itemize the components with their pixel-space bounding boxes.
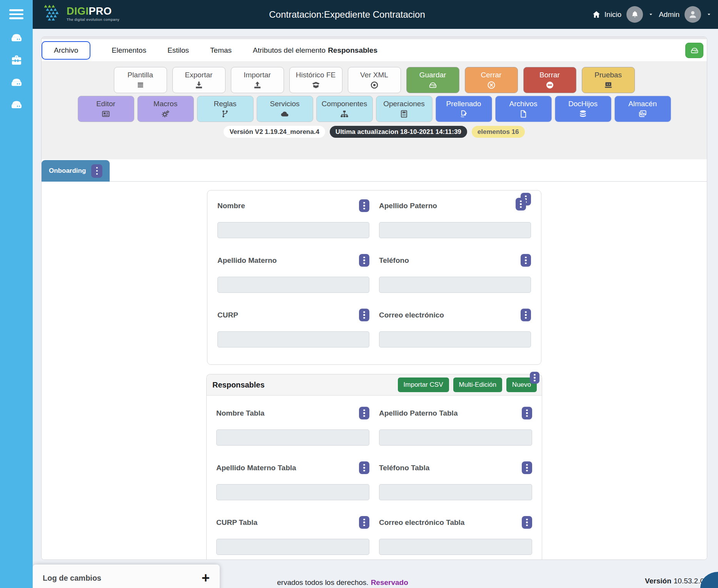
kebab-menu-icon[interactable] (359, 309, 369, 321)
menu-icon[interactable] (9, 9, 23, 22)
button-label: Macros (154, 100, 177, 108)
laptop-code-icon (604, 80, 613, 90)
file-icon (519, 109, 528, 119)
correo-input[interactable] (379, 331, 531, 347)
log-de-cambios-panel[interactable]: Log de cambios + (33, 565, 220, 588)
field-curp: CURP (217, 309, 369, 347)
responsables-card: Responsables Importar CSV Multi-Edición … (206, 374, 542, 560)
button-label: Importar (244, 71, 271, 79)
apellido-paterno-tabla-input[interactable] (379, 429, 532, 446)
guardar-button[interactable]: Guardar (406, 67, 459, 93)
section-title: Responsables (212, 381, 265, 389)
servicios-button[interactable]: Servicios (257, 96, 313, 122)
correo-tabla-input[interactable] (379, 539, 532, 555)
componentes-button[interactable]: Componentes (316, 96, 373, 122)
button-label: Almacén (628, 100, 657, 108)
kebab-menu-icon[interactable] (521, 309, 531, 321)
macros-button[interactable]: Macros (137, 96, 194, 122)
page-tab-strip: Onboarding (42, 159, 707, 181)
ver-xml-button[interactable]: Ver XML (348, 67, 401, 93)
notifications-button[interactable] (626, 6, 643, 23)
plantilla-button[interactable]: Plantilla (114, 67, 167, 93)
archivos-button[interactable]: Archivos (495, 96, 552, 122)
log-title: Log de cambios (43, 574, 101, 583)
field-label: Teléfono (379, 256, 409, 265)
button-label: Prellenado (446, 100, 481, 108)
eye-icon (370, 80, 379, 90)
kebab-menu-icon[interactable] (359, 461, 369, 474)
importar-csv-button[interactable]: Importar CSV (398, 378, 449, 392)
drive-icon[interactable] (10, 98, 23, 112)
tab-atributos[interactable]: Atributos del elementoResponsables (253, 46, 377, 55)
almacen-button[interactable]: Almacén (614, 96, 671, 122)
user-icon (688, 9, 698, 20)
curp-tabla-input[interactable] (216, 539, 369, 555)
home-link[interactable]: Inicio (592, 10, 621, 19)
tab-archivo[interactable]: Archivo (42, 41, 90, 60)
operaciones-button[interactable]: Operaciones (376, 96, 432, 122)
kebab-menu-icon[interactable] (522, 516, 532, 529)
importar-button[interactable]: Importar (231, 67, 284, 93)
field-telefono: Teléfono (379, 254, 531, 309)
apellido-materno-tabla-input[interactable] (216, 484, 369, 500)
kebab-menu-icon[interactable] (359, 199, 369, 212)
kebab-menu-icon[interactable] (91, 164, 102, 178)
tab-elementos[interactable]: Elementos (112, 46, 146, 55)
app-version-label: Versión (645, 577, 671, 585)
kebab-menu-icon[interactable] (530, 372, 539, 384)
kebab-menu-icon[interactable] (516, 198, 526, 210)
bell-icon (630, 10, 640, 19)
apellido-paterno-input[interactable] (379, 222, 531, 238)
borrar-button[interactable]: Borrar (523, 67, 576, 93)
drive-icon[interactable] (10, 31, 23, 45)
button-label: Operaciones (383, 100, 425, 108)
avatar[interactable] (685, 6, 701, 23)
tab-bar: Archivo Elementos Estilos Temas Atributo… (42, 39, 707, 61)
curp-input[interactable] (217, 331, 369, 347)
nombre-input[interactable] (217, 222, 369, 238)
tab-estilos[interactable]: Estilos (167, 46, 189, 55)
times-circle-icon (487, 80, 496, 90)
multi-edicion-button[interactable]: Multi-Edición (453, 378, 502, 392)
editor-button[interactable]: Editor (78, 96, 134, 122)
telefono-input[interactable] (379, 277, 531, 293)
corner-decoration (700, 572, 718, 588)
dochijos-button[interactable]: DocHijos (555, 96, 611, 122)
field-correo-tabla: Correo electrónico Tabla (379, 516, 532, 555)
telefono-tabla-input[interactable] (379, 484, 532, 500)
kebab-menu-icon[interactable] (521, 254, 531, 267)
kebab-menu-icon[interactable] (522, 407, 532, 419)
button-label: Plantilla (127, 71, 153, 79)
kebab-menu-icon[interactable] (359, 516, 369, 529)
apellido-materno-input[interactable] (217, 277, 369, 293)
kebab-menu-icon[interactable] (522, 461, 532, 474)
reservado-link[interactable]: Reservado (371, 578, 408, 586)
download-icon (194, 80, 204, 90)
field-label: Nombre (217, 202, 245, 210)
field-nombre: Nombre (217, 199, 369, 254)
exportar-button[interactable]: Exportar (172, 67, 225, 93)
tab-onboarding[interactable]: Onboarding (42, 160, 110, 182)
field-apellido-materno-tabla: Apellido Materno Tabla (216, 461, 369, 516)
drive-icon[interactable] (10, 75, 23, 89)
kebab-menu-icon[interactable] (359, 407, 369, 419)
field-label: Teléfono Tabla (379, 464, 429, 472)
quick-save-button[interactable] (685, 43, 703, 58)
button-label: Histórico FE (296, 71, 336, 79)
nombre-tabla-input[interactable] (216, 429, 369, 446)
tab-temas[interactable]: Temas (210, 46, 232, 55)
prellenado-button[interactable]: Prellenado (436, 96, 492, 122)
field-telefono-tabla: Teléfono Tabla (379, 461, 532, 516)
database-icon (578, 109, 588, 119)
cerrar-button[interactable]: Cerrar (465, 67, 518, 93)
file-signature-icon (459, 109, 468, 119)
field-label: CURP (217, 311, 238, 319)
kebab-menu-icon[interactable] (359, 254, 369, 267)
toolbox-icon[interactable] (10, 53, 23, 67)
reglas-button[interactable]: Reglas (197, 96, 254, 122)
historico-fe-button[interactable]: Histórico FE (289, 67, 342, 93)
pruebas-button[interactable]: Pruebas (582, 67, 635, 93)
chevron-down-icon[interactable] (648, 12, 654, 17)
plus-icon[interactable]: + (202, 571, 210, 585)
chevron-down-icon[interactable] (706, 12, 712, 17)
